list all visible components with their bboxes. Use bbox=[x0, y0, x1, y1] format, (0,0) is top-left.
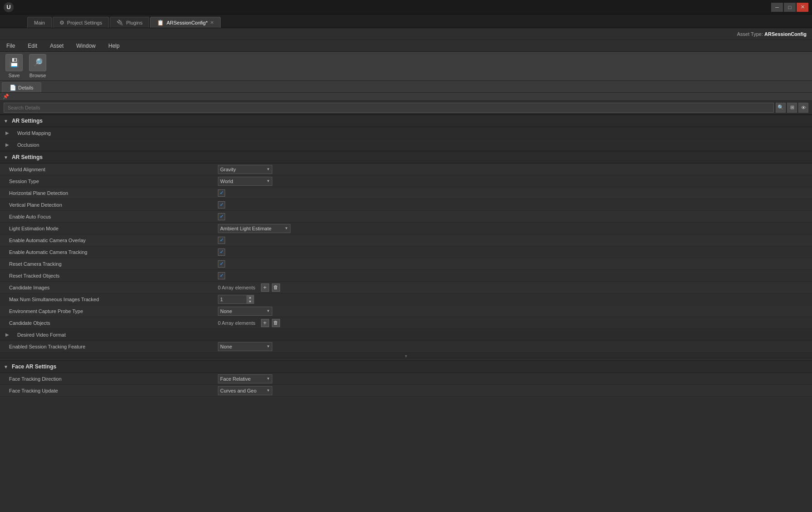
session-tracking-feature-value: None Pose Provider Scene Understanding bbox=[218, 342, 812, 351]
world-alignment-select[interactable]: Gravity Gravity Rotated To Heading Camer… bbox=[218, 165, 272, 174]
eye-button[interactable]: 👁 bbox=[798, 103, 808, 113]
browse-button[interactable]: 🔎 Browse bbox=[29, 54, 46, 78]
ue-logo: U bbox=[4, 2, 14, 12]
search-input[interactable] bbox=[4, 103, 774, 113]
face-tracking-update-dropdown-wrapper: Curves and Geo Curves Only Geo Only bbox=[218, 386, 272, 395]
candidate-objects-count: 0 Array elements bbox=[218, 320, 256, 326]
occlusion-label: Occlusion bbox=[12, 142, 39, 148]
face-ar-settings-header[interactable]: ▼ Face AR Settings bbox=[0, 360, 812, 373]
tab-ar-session[interactable]: 📋 ARSessionConfig* ✕ bbox=[150, 17, 221, 28]
minimize-button[interactable]: ─ bbox=[771, 3, 783, 12]
menu-help[interactable]: Help bbox=[106, 42, 123, 50]
ar-settings-1-arrow: ▼ bbox=[4, 119, 8, 124]
search-icon-button[interactable]: 🔍 bbox=[776, 103, 786, 113]
tab-project-settings-label: Project Settings bbox=[67, 20, 102, 25]
menu-asset[interactable]: Asset bbox=[47, 42, 66, 50]
enable-auto-focus-label: Enable Auto Focus bbox=[0, 214, 218, 219]
candidate-objects-add-button[interactable]: + bbox=[261, 319, 269, 327]
face-tracking-update-select[interactable]: Curves and Geo Curves Only Geo Only bbox=[218, 386, 272, 395]
vertical-plane-checkbox[interactable] bbox=[218, 201, 225, 209]
auto-camera-tracking-row: Enable Automatic Camera Tracking bbox=[0, 246, 812, 258]
num-spin-down[interactable]: ▼ bbox=[246, 299, 254, 303]
auto-camera-tracking-checkbox[interactable] bbox=[218, 249, 225, 256]
tab-plugins[interactable]: 🔌 Plugins bbox=[110, 17, 149, 28]
ar-settings-section-1-header[interactable]: ▼ AR Settings bbox=[0, 114, 812, 127]
save-button[interactable]: 💾 Save bbox=[5, 54, 23, 78]
ar-settings-section-2-header[interactable]: ▼ AR Settings bbox=[0, 151, 812, 164]
world-alignment-row: World Alignment Gravity Gravity Rotated … bbox=[0, 164, 812, 175]
ar-settings-1-title: AR Settings bbox=[12, 118, 43, 124]
face-tracking-direction-label: Face Tracking Direction bbox=[0, 376, 218, 382]
face-tracking-update-label: Face Tracking Update bbox=[0, 388, 218, 393]
candidate-images-value: 0 Array elements + 🗑 bbox=[218, 283, 812, 292]
face-tracking-direction-dropdown-wrapper: Face Relative World Relative bbox=[218, 374, 272, 383]
candidate-objects-label: Candidate Objects bbox=[0, 320, 218, 326]
desired-video-format-row[interactable]: ▶ Desired Video Format bbox=[0, 329, 812, 341]
details-tab-label: Details bbox=[18, 85, 34, 90]
vertical-plane-label: Vertical Plane Detection bbox=[0, 202, 218, 208]
env-probe-row: Environment Capture Probe Type None Manu… bbox=[0, 305, 812, 317]
env-probe-label: Environment Capture Probe Type bbox=[0, 308, 218, 314]
session-tracking-feature-label: Enabled Session Tracking Feature bbox=[0, 344, 218, 349]
ar-session-icon: 📋 bbox=[157, 20, 164, 26]
tab-main[interactable]: Main bbox=[27, 17, 52, 28]
grid-view-button[interactable]: ⊞ bbox=[787, 103, 797, 113]
face-tracking-update-value: Curves and Geo Curves Only Geo Only bbox=[218, 386, 812, 395]
max-num-images-wrapper: ▲ ▼ bbox=[218, 295, 254, 304]
light-estimation-select[interactable]: Ambient Light Estimate None Full Scene L… bbox=[218, 224, 290, 233]
pin-icon: 📌 bbox=[3, 94, 9, 99]
session-type-select[interactable]: World Face Image bbox=[218, 177, 272, 186]
vertical-plane-value bbox=[218, 201, 812, 209]
light-estimation-value: Ambient Light Estimate None Full Scene L… bbox=[218, 224, 812, 233]
face-tracking-update-row: Face Tracking Update Curves and Geo Curv… bbox=[0, 385, 812, 397]
num-spin-up[interactable]: ▲ bbox=[246, 295, 254, 299]
ar-settings-2-arrow: ▼ bbox=[4, 155, 8, 160]
tab-close-button[interactable]: ✕ bbox=[210, 20, 214, 25]
tab-ar-session-label: ARSessionConfig* bbox=[167, 20, 208, 25]
session-type-value: World Face Image bbox=[218, 177, 812, 186]
title-bar-left: U bbox=[4, 2, 14, 12]
close-button[interactable]: ✕ bbox=[797, 3, 808, 12]
details-tabs: 📄 Details bbox=[0, 81, 812, 93]
horizontal-plane-checkbox[interactable] bbox=[218, 189, 225, 197]
horizontal-plane-label: Horizontal Plane Detection bbox=[0, 190, 218, 196]
tab-plugins-label: Plugins bbox=[126, 20, 143, 25]
auto-camera-tracking-label: Enable Automatic Camera Tracking bbox=[0, 249, 218, 255]
enable-auto-focus-checkbox[interactable] bbox=[218, 213, 225, 220]
face-tracking-direction-select[interactable]: Face Relative World Relative bbox=[218, 374, 272, 383]
reset-camera-tracking-value bbox=[218, 260, 812, 268]
candidate-objects-remove-button[interactable]: 🗑 bbox=[272, 319, 280, 327]
reset-tracked-objects-row: Reset Tracked Objects bbox=[0, 270, 812, 282]
candidate-images-add-button[interactable]: + bbox=[261, 283, 269, 292]
menu-file[interactable]: File bbox=[4, 42, 18, 50]
auto-camera-overlay-row: Enable Automatic Camera Overlay bbox=[0, 234, 812, 246]
plugins-icon: 🔌 bbox=[117, 20, 123, 26]
browse-label: Browse bbox=[30, 73, 46, 78]
reset-tracked-objects-checkbox[interactable] bbox=[218, 272, 225, 279]
auto-camera-overlay-checkbox[interactable] bbox=[218, 237, 225, 244]
details-tab-icon: 📄 bbox=[10, 85, 16, 91]
save-label: Save bbox=[8, 73, 20, 78]
world-mapping-row[interactable]: ▶ World Mapping bbox=[0, 127, 812, 139]
candidate-images-remove-button[interactable]: 🗑 bbox=[272, 283, 280, 292]
menu-edit[interactable]: Edit bbox=[25, 42, 40, 50]
menu-window[interactable]: Window bbox=[74, 42, 98, 50]
occlusion-row[interactable]: ▶ Occlusion bbox=[0, 139, 812, 151]
session-type-row: Session Type World Face Image bbox=[0, 175, 812, 187]
auto-camera-overlay-value bbox=[218, 237, 812, 244]
session-type-dropdown-wrapper: World Face Image bbox=[218, 177, 272, 186]
maximize-button[interactable]: □ bbox=[784, 3, 796, 12]
env-probe-select[interactable]: None Manual Automatic bbox=[218, 307, 272, 316]
reset-camera-tracking-checkbox[interactable] bbox=[218, 260, 225, 268]
world-mapping-arrow: ▶ bbox=[0, 130, 9, 135]
reset-camera-tracking-row: Reset Camera Tracking bbox=[0, 258, 812, 270]
session-tracking-select[interactable]: None Pose Provider Scene Understanding bbox=[218, 342, 272, 351]
details-tab[interactable]: 📄 Details bbox=[2, 82, 41, 92]
world-alignment-dropdown-wrapper: Gravity Gravity Rotated To Heading Camer… bbox=[218, 165, 272, 174]
asset-type-bar: Asset Type: ARSessionConfig bbox=[0, 28, 812, 40]
horizontal-plane-value bbox=[218, 189, 812, 197]
tab-main-label: Main bbox=[34, 20, 45, 25]
scroll-indicator: ▾ bbox=[0, 353, 812, 359]
tab-project-settings[interactable]: ⚙ Project Settings bbox=[53, 17, 109, 28]
desired-video-format-arrow: ▶ bbox=[0, 332, 9, 337]
